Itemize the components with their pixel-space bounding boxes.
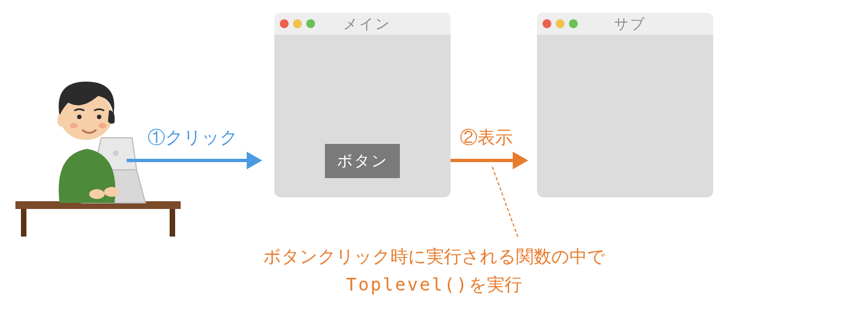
minimize-icon[interactable]: [293, 19, 302, 28]
caption-suffix: を実行: [469, 275, 522, 294]
open-subwindow-button[interactable]: ボタン: [325, 144, 400, 178]
explanation-caption: ボタンクリック時に実行される関数の中で Toplevel()を実行: [0, 243, 868, 299]
svg-point-8: [77, 115, 82, 119]
svg-point-3: [113, 151, 118, 156]
svg-rect-2: [170, 209, 175, 237]
svg-point-11: [99, 123, 106, 128]
annotation-connector: [492, 167, 518, 237]
user-illustration: [15, 72, 181, 237]
maximize-icon[interactable]: [306, 19, 315, 28]
step1-label: ①クリック: [148, 126, 238, 150]
caption-line1: ボタンクリック時に実行される関数の中で: [0, 243, 868, 271]
show-arrow-head: [513, 152, 528, 169]
main-window-title: メイン: [319, 14, 415, 34]
svg-point-9: [97, 115, 101, 119]
show-arrow: [451, 159, 514, 162]
sub-window-title: サブ: [582, 14, 677, 34]
maximize-icon[interactable]: [569, 19, 578, 28]
click-arrow: [127, 159, 248, 162]
caption-code: Toplevel(): [346, 274, 469, 295]
svg-point-7: [57, 114, 66, 127]
sub-window-titlebar: サブ: [537, 13, 713, 35]
close-icon[interactable]: [280, 19, 289, 28]
close-icon[interactable]: [542, 19, 551, 28]
main-window-titlebar: メイン: [274, 13, 451, 35]
svg-point-10: [70, 123, 78, 128]
minimize-icon[interactable]: [556, 19, 565, 28]
svg-point-4: [89, 189, 105, 199]
click-arrow-head: [247, 152, 262, 169]
svg-rect-1: [21, 209, 26, 237]
svg-point-5: [104, 187, 120, 197]
caption-line2: Toplevel()を実行: [0, 271, 868, 299]
main-window: メイン ボタン: [274, 13, 451, 197]
sub-window: サブ: [537, 13, 713, 197]
step2-label: ②表示: [460, 126, 513, 150]
